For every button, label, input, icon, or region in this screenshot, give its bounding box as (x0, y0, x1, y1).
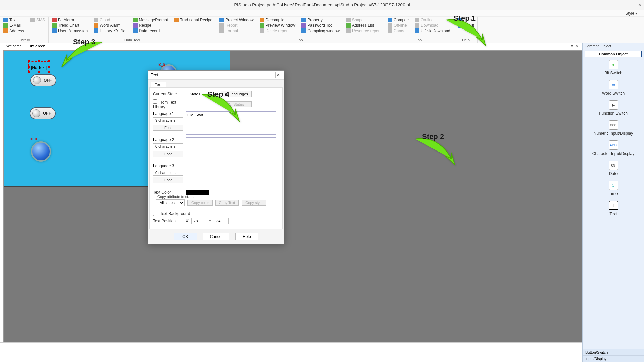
bit-switch-off-1[interactable]: OFF (30, 74, 56, 86)
font-button-3[interactable]: Font (153, 177, 183, 183)
copy-style-button[interactable]: Copy style (241, 200, 266, 206)
bit-switch-off-2[interactable]: OFF (30, 107, 56, 119)
ribbon-icon (94, 18, 98, 22)
font-button-1[interactable]: Font (153, 125, 183, 131)
ribbon-text[interactable]: Text (2, 17, 25, 23)
ribbon-icon (388, 23, 392, 28)
text-background-checkbox[interactable] (153, 212, 157, 216)
ribbon-password-tool[interactable]: Password Tool (300, 23, 341, 28)
dialog-tab-text[interactable]: Text (151, 82, 166, 87)
language-1-label: Language 1 (153, 111, 183, 116)
language-2-label: Language 2 (153, 137, 183, 142)
text-pos-y[interactable] (214, 218, 229, 224)
language-3-chars (153, 170, 183, 176)
ribbon-e-mail[interactable]: E-Mail (2, 23, 25, 28)
ribbon-user-permission[interactable]: User Permission (51, 28, 89, 34)
ribbon-traditional-recipe[interactable]: Traditional Recipe (173, 17, 214, 23)
ribbon-history-xy-plot[interactable]: History XY Plot (92, 28, 128, 34)
palette-category-input-display[interactable]: Input/Display (583, 356, 644, 362)
ribbon-icon (133, 18, 138, 22)
ribbon-address-list[interactable]: Address List (344, 23, 382, 28)
minimize-icon[interactable]: — (618, 3, 622, 7)
ribbon-preview-window[interactable]: Preview Window (258, 23, 297, 28)
ok-button[interactable]: OK (174, 233, 197, 240)
current-state-select[interactable]: State 0 (186, 90, 218, 97)
ribbon-bit-alarm[interactable]: Bit Alarm (51, 17, 89, 23)
editor-tabs: Welcome 0:Screen (3, 43, 49, 49)
round-indicator-1[interactable] (31, 141, 51, 162)
palette-date[interactable]: 09Date (583, 161, 644, 176)
tab-welcome[interactable]: Welcome (3, 43, 25, 49)
ribbon-icon (133, 28, 138, 33)
ribbon-address[interactable]: Address (2, 28, 25, 34)
palette-character-input-display[interactable]: ABCCharacter Input/Display (583, 140, 644, 156)
palette-icon: ▭ (609, 80, 618, 89)
copy-color-button[interactable]: Copy color (187, 200, 213, 206)
all-states-button[interactable]: All States (221, 101, 252, 107)
ribbon-decompile[interactable]: Decompile (258, 17, 297, 23)
tabstrip-dropdown-icon[interactable]: ▾ (571, 44, 573, 48)
dialog-close-icon[interactable]: ✕ (275, 72, 281, 78)
object-addr-label: I0_0 (158, 63, 165, 67)
ribbon-icon (3, 18, 8, 22)
maximize-icon[interactable]: □ (629, 3, 631, 7)
text-pos-x[interactable] (191, 218, 206, 224)
language-2-text[interactable] (186, 137, 276, 161)
ribbon-compile[interactable]: Compile (386, 17, 410, 23)
text-properties-dialog: Text ✕ Text Current State State 0 All La… (148, 70, 284, 244)
palette-icon: T (609, 201, 618, 210)
ribbon-about[interactable]: About (456, 23, 475, 28)
font-button-2[interactable]: Font (153, 151, 183, 157)
ribbon-sms: SMS (29, 17, 46, 23)
text-color-picker[interactable] (186, 190, 209, 195)
ribbon-recipe[interactable]: Recipe (131, 23, 169, 28)
ribbon-udisk-download[interactable]: UDisk Download (413, 28, 452, 34)
palette-time[interactable]: ⏲Time (583, 181, 644, 196)
ribbon-messageprompt[interactable]: MessagePrompt (131, 17, 169, 23)
all-languages-button[interactable]: All Languages (221, 91, 252, 97)
workspace: [No Text] OFF OFF I0_0 I0_0 (0, 43, 644, 362)
ribbon-property[interactable]: Property (300, 17, 341, 23)
palette-numeric-input-display[interactable]: 888Numeric Input/Display (583, 120, 644, 136)
ribbon-icon (260, 28, 264, 33)
palette-word-switch[interactable]: ▭Word Switch (583, 80, 644, 96)
canvas-viewport[interactable]: [No Text] OFF OFF I0_0 I0_0 (3, 50, 644, 362)
ribbon-icon (260, 18, 264, 22)
text-object-placeholder[interactable]: [No Text] (28, 61, 49, 72)
palette-text[interactable]: TText (583, 201, 644, 216)
ribbon-project-window[interactable]: Project Window (218, 17, 255, 23)
right-panel-category[interactable]: Common Object (585, 51, 642, 57)
object-addr-label: I0_0 (30, 137, 37, 141)
help-button[interactable]: Help (235, 233, 258, 240)
ribbon-icon (301, 28, 306, 33)
copy-states-select[interactable]: All states (156, 199, 185, 206)
ribbon-cancel: Cancel (386, 28, 410, 34)
ribbon-icon (458, 18, 462, 22)
palette-function-switch[interactable]: ▶Function Switch (583, 100, 644, 116)
text-color-label: Text Color (153, 190, 183, 195)
copy-text-button[interactable]: Copy Text (215, 200, 239, 206)
ribbon-icon (174, 18, 179, 22)
tab-screen[interactable]: 0:Screen (26, 43, 49, 49)
ribbon-report: Report (218, 23, 255, 28)
palette-bit-switch[interactable]: ●Bit Switch (583, 60, 644, 75)
ribbon-help[interactable]: Help (456, 17, 475, 23)
from-text-library-checkbox[interactable] (153, 99, 157, 104)
cancel-button[interactable]: Cancel (203, 233, 229, 240)
tabstrip-close-icon[interactable]: ✕ (575, 44, 578, 48)
switch-knob-icon (32, 109, 40, 117)
language-1-text[interactable]: HMI Start (186, 111, 276, 135)
ribbon: TextE-MailAddressSMSLibraryBit AlarmTren… (0, 17, 644, 43)
ribbon-compiling-window[interactable]: Compiling window (300, 28, 341, 34)
close-icon[interactable]: ✕ (638, 3, 641, 7)
style-menu[interactable]: Style ▾ (0, 10, 644, 17)
palette-category-button-switch[interactable]: Button/Switch (583, 349, 644, 356)
ribbon-trend-chart[interactable]: Trend Chart (51, 23, 89, 28)
language-3-label: Language 3 (153, 164, 183, 168)
ribbon-off-line: Off-line (386, 23, 410, 28)
ribbon-word-alarm[interactable]: Word Alarm (92, 23, 128, 28)
language-3-text[interactable] (186, 164, 276, 187)
ribbon-icon (388, 18, 392, 22)
ribbon-icon (94, 28, 98, 33)
ribbon-data-record[interactable]: Data record (131, 28, 169, 34)
